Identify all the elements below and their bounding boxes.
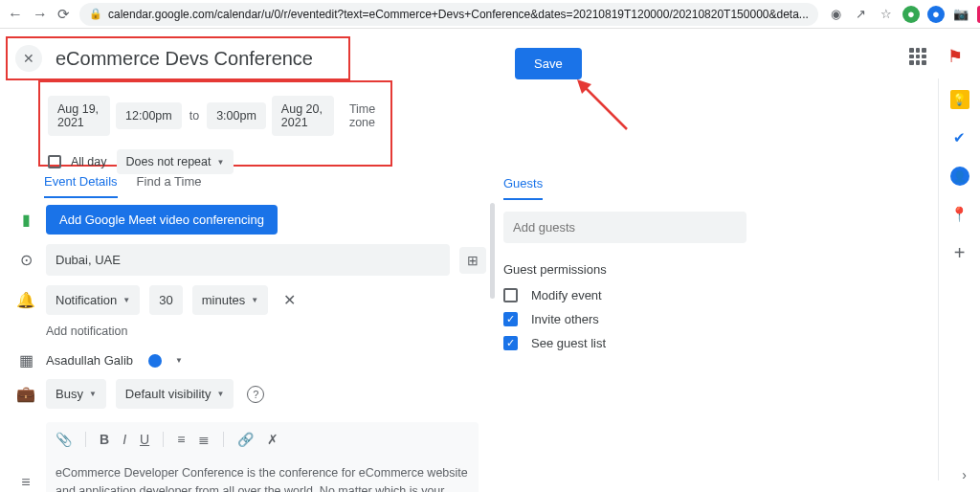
end-date[interactable]: Aug 20, 2021 xyxy=(272,96,334,136)
eye-icon[interactable]: ◉ xyxy=(828,6,845,23)
notification-unit-select[interactable]: minutes▼ xyxy=(192,285,268,315)
italic-icon[interactable]: I xyxy=(122,432,126,447)
add-notification-link[interactable]: Add notification xyxy=(15,324,486,338)
attach-icon[interactable]: 📎 xyxy=(56,432,72,447)
camera-icon[interactable]: 📷 xyxy=(952,6,969,23)
datetime-highlight: Aug 19, 2021 12:00pm to 3:00pm Aug 20, 2… xyxy=(38,80,392,167)
tasks-icon[interactable]: ✔ xyxy=(950,128,969,147)
browser-toolbar: ← → ⟳ 🔒 calendar.google.com/calendar/u/0… xyxy=(0,0,980,29)
url-bar[interactable]: 🔒 calendar.google.com/calendar/u/0/r/eve… xyxy=(79,3,818,26)
share-icon[interactable]: ↗ xyxy=(853,6,870,23)
see-guestlist-label: See guest list xyxy=(531,336,606,350)
list-num-icon[interactable]: ≡ xyxy=(177,432,185,447)
visibility-select[interactable]: Default visibility▼ xyxy=(116,379,234,409)
svg-line-0 xyxy=(584,86,627,129)
allday-checkbox[interactable] xyxy=(48,155,61,168)
location-icon: ⊙ xyxy=(15,251,36,269)
help-icon[interactable]: ? xyxy=(247,386,264,403)
modify-event-label: Modify event xyxy=(531,288,602,302)
start-date[interactable]: Aug 19, 2021 xyxy=(48,96,110,136)
end-time[interactable]: 3:00pm xyxy=(207,102,266,129)
guests-panel: Guests Guest permissions Modify event In… xyxy=(503,174,746,360)
maps-icon[interactable]: 📍 xyxy=(950,205,969,224)
description-textarea[interactable]: eCommerce Developer Conference is the co… xyxy=(56,464,469,492)
tab-find-time[interactable]: Find a Time xyxy=(137,174,202,198)
remove-notification-icon[interactable]: ✕ xyxy=(283,291,296,309)
notification-type-select[interactable]: Notification▼ xyxy=(46,285,140,315)
invite-others-label: Invite others xyxy=(531,312,599,326)
nav-forward-icon[interactable]: → xyxy=(33,6,48,23)
to-label: to xyxy=(188,109,201,123)
bold-icon[interactable]: B xyxy=(100,432,109,447)
timezone-link[interactable]: Time zone xyxy=(349,102,383,129)
addons-icon[interactable]: + xyxy=(950,243,969,262)
bell-icon: 🔔 xyxy=(15,291,36,309)
underline-icon[interactable]: U xyxy=(140,432,149,447)
clear-format-icon[interactable]: ✗ xyxy=(267,432,278,447)
apps-icon[interactable] xyxy=(909,48,926,65)
description-icon: ≡ xyxy=(15,474,36,491)
contacts-icon[interactable]: 👤 xyxy=(950,167,969,186)
calendar-icon: ▦ xyxy=(15,351,36,369)
collapse-panel-icon[interactable]: › xyxy=(962,467,967,482)
link-icon[interactable]: 🔗 xyxy=(237,432,254,447)
extension-icons: ◉ ↗ ☆ ● ● 📷 A ✦ ⚑ ⋮ xyxy=(828,6,980,23)
url-text: calendar.google.com/calendar/u/0/r/event… xyxy=(108,8,809,21)
ext-blue-icon[interactable]: ● xyxy=(927,6,945,23)
title-highlight: ✕ eCommerce Devs Conference xyxy=(6,36,350,80)
briefcase-icon: 💼 xyxy=(15,385,36,403)
save-button[interactable]: Save xyxy=(515,48,582,79)
side-panel: 💡 ✔ 👤 📍 + xyxy=(938,78,980,481)
tab-event-details[interactable]: Event Details xyxy=(44,174,118,198)
calendar-color-dot[interactable] xyxy=(148,354,162,368)
guest-permissions-label: Guest permissions xyxy=(503,262,746,277)
notification-value[interactable]: 30 xyxy=(149,285,182,315)
add-guests-input[interactable] xyxy=(503,212,746,243)
nav-back-icon[interactable]: ← xyxy=(8,6,23,23)
annotation-arrow xyxy=(574,77,632,134)
meet-icon: ▮ xyxy=(15,211,36,229)
close-icon[interactable]: ✕ xyxy=(15,45,42,72)
star-icon[interactable]: ☆ xyxy=(878,6,895,23)
ext-green-icon[interactable]: ● xyxy=(902,6,920,23)
event-title-input[interactable]: eCommerce Devs Conference xyxy=(56,48,313,70)
modify-event-checkbox[interactable] xyxy=(503,288,518,302)
repeat-select[interactable]: Does not repeat▼ xyxy=(117,149,234,174)
desc-toolbar: 📎 B I U ≡ ≣ 🔗 ✗ xyxy=(56,432,469,457)
brand-icon[interactable]: ⚑ xyxy=(947,46,963,67)
start-time[interactable]: 12:00pm xyxy=(116,102,182,129)
lock-icon: 🔒 xyxy=(89,8,102,20)
reload-icon[interactable]: ⟳ xyxy=(57,6,70,23)
keep-icon[interactable]: 💡 xyxy=(950,90,969,109)
invite-others-checkbox[interactable] xyxy=(503,312,518,326)
see-guestlist-checkbox[interactable] xyxy=(503,336,518,350)
map-icon[interactable]: ⊞ xyxy=(459,247,486,274)
allday-label: All day xyxy=(71,155,107,168)
busy-select[interactable]: Busy▼ xyxy=(46,379,106,409)
location-input[interactable] xyxy=(46,244,450,276)
guests-tab[interactable]: Guests xyxy=(503,176,543,200)
calendar-owner: Asadullah Galib xyxy=(46,353,133,368)
add-meet-button[interactable]: Add Google Meet video conferencing xyxy=(46,205,278,235)
chevron-down-icon: ▼ xyxy=(216,158,224,167)
scroll-indicator xyxy=(490,203,495,299)
list-bul-icon[interactable]: ≣ xyxy=(198,432,210,447)
